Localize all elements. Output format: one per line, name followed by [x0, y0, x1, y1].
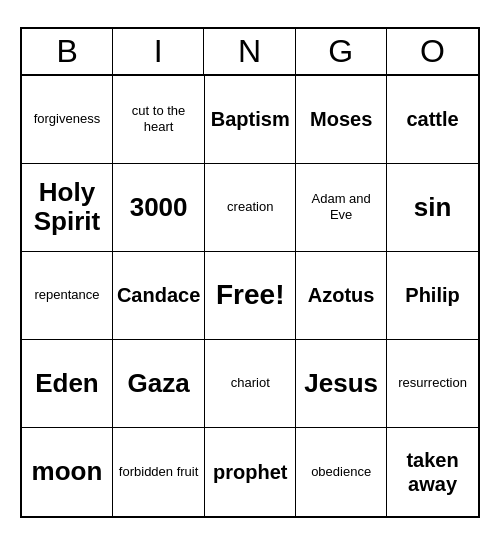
- bingo-cell: 3000: [113, 164, 205, 252]
- cell-text: chariot: [231, 375, 270, 391]
- cell-text: forbidden fruit: [119, 464, 199, 480]
- bingo-cell: Azotus: [296, 252, 387, 340]
- bingo-cell: Adam and Eve: [296, 164, 387, 252]
- bingo-cell: moon: [22, 428, 113, 516]
- header-letter: B: [22, 29, 113, 74]
- cell-text: prophet: [213, 460, 287, 484]
- cell-text: Philip: [405, 283, 459, 307]
- bingo-cell: taken away: [387, 428, 478, 516]
- bingo-cell: forgiveness: [22, 76, 113, 164]
- bingo-cell: creation: [205, 164, 296, 252]
- bingo-cell: chariot: [205, 340, 296, 428]
- cell-text: resurrection: [398, 375, 467, 391]
- bingo-cell: Gaza: [113, 340, 205, 428]
- cell-text: Jesus: [304, 369, 378, 398]
- header-letter: O: [387, 29, 478, 74]
- bingo-cell: obedience: [296, 428, 387, 516]
- bingo-cell: Free!: [205, 252, 296, 340]
- bingo-card: BINGO forgivenesscut to the heartBaptism…: [20, 27, 480, 518]
- cell-text: cut to the heart: [117, 103, 200, 134]
- bingo-grid: forgivenesscut to the heartBaptismMosesc…: [22, 76, 478, 516]
- header-letter: G: [296, 29, 387, 74]
- cell-text: Gaza: [128, 369, 190, 398]
- header-letter: I: [113, 29, 204, 74]
- bingo-cell: Eden: [22, 340, 113, 428]
- cell-text: 3000: [130, 193, 188, 222]
- cell-text: Eden: [35, 369, 99, 398]
- cell-text: repentance: [34, 287, 99, 303]
- cell-text: sin: [414, 193, 452, 222]
- bingo-cell: Holy Spirit: [22, 164, 113, 252]
- cell-text: Candace: [117, 283, 200, 307]
- cell-text: cattle: [406, 107, 458, 131]
- cell-text: Free!: [216, 278, 284, 312]
- bingo-cell: Philip: [387, 252, 478, 340]
- header-letter: N: [204, 29, 295, 74]
- bingo-cell: Baptism: [205, 76, 296, 164]
- cell-text: forgiveness: [34, 111, 100, 127]
- bingo-cell: resurrection: [387, 340, 478, 428]
- cell-text: Azotus: [308, 283, 375, 307]
- bingo-cell: repentance: [22, 252, 113, 340]
- cell-text: obedience: [311, 464, 371, 480]
- cell-text: Baptism: [211, 107, 290, 131]
- cell-text: moon: [32, 457, 103, 486]
- bingo-header: BINGO: [22, 29, 478, 76]
- cell-text: taken away: [391, 448, 474, 496]
- bingo-cell: Moses: [296, 76, 387, 164]
- bingo-cell: Jesus: [296, 340, 387, 428]
- bingo-cell: forbidden fruit: [113, 428, 205, 516]
- bingo-cell: sin: [387, 164, 478, 252]
- cell-text: creation: [227, 199, 273, 215]
- bingo-cell: cattle: [387, 76, 478, 164]
- cell-text: Holy Spirit: [26, 178, 108, 235]
- bingo-cell: Candace: [113, 252, 205, 340]
- bingo-cell: prophet: [205, 428, 296, 516]
- cell-text: Moses: [310, 107, 372, 131]
- bingo-cell: cut to the heart: [113, 76, 205, 164]
- cell-text: Adam and Eve: [300, 191, 382, 222]
